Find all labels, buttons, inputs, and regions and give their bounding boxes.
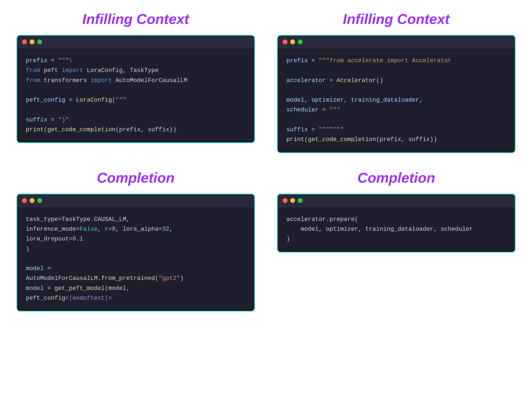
title-bottom-left: Completion — [97, 170, 175, 186]
code-window-top-right: prefix = """from accelerate import Accel… — [277, 35, 516, 153]
title-top-right: Infilling Context — [343, 11, 450, 27]
code-window-top-left: prefix = """\ from peft import LoraConfi… — [16, 35, 255, 143]
code-window-bottom-right: accelerator.prepare( model, optimizer, t… — [277, 193, 516, 253]
dot-yellow-top-left — [30, 39, 35, 44]
panel-bottom-left: Completion task_type=TaskType.CAUSAL_LM,… — [16, 170, 255, 312]
title-bar-top-right — [278, 36, 515, 48]
dot-green-top-right — [298, 39, 303, 44]
code-body-top-left: prefix = """\ from peft import LoraConfi… — [17, 48, 254, 142]
dot-yellow-bottom-left — [30, 198, 35, 203]
dot-red-top-left — [22, 39, 27, 44]
code-window-bottom-left: task_type=TaskType.CAUSAL_LM, inference_… — [16, 193, 255, 312]
dot-red-top-right — [283, 39, 287, 44]
main-grid: Infilling Context prefix = """\ from pef… — [16, 11, 516, 312]
dot-red-bottom-right — [283, 198, 287, 203]
dot-green-bottom-left — [37, 198, 42, 203]
title-bar-top-left — [17, 36, 254, 48]
code-body-bottom-left: task_type=TaskType.CAUSAL_LM, inference_… — [17, 207, 254, 311]
title-top-left: Infilling Context — [82, 11, 189, 27]
dot-red-bottom-left — [22, 198, 27, 203]
panel-bottom-right: Completion accelerator.prepare( model, o… — [277, 170, 516, 312]
title-bottom-right: Completion — [358, 170, 435, 186]
title-bar-bottom-left — [17, 194, 254, 207]
panel-top-left: Infilling Context prefix = """\ from pef… — [16, 11, 255, 153]
dot-green-bottom-right — [298, 198, 303, 203]
dot-yellow-bottom-right — [290, 198, 295, 203]
dot-green-top-left — [37, 39, 42, 44]
panel-top-right: Infilling Context prefix = """from accel… — [277, 11, 516, 153]
code-body-bottom-right: accelerator.prepare( model, optimizer, t… — [278, 207, 515, 252]
title-bar-bottom-right — [278, 194, 515, 207]
dot-yellow-top-right — [290, 39, 295, 44]
code-body-top-right: prefix = """from accelerate import Accel… — [278, 48, 515, 152]
